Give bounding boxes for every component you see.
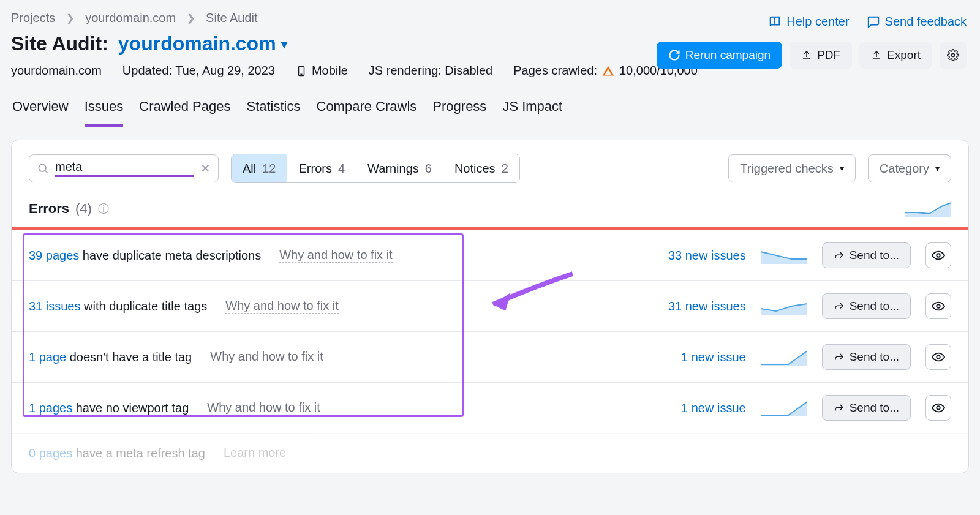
issue-count-link[interactable]: 0 pages	[29, 446, 72, 460]
issue-count-link[interactable]: 1 page	[29, 350, 66, 364]
tab-issues[interactable]: Issues	[85, 99, 124, 127]
issue-count-link[interactable]: 1 pages	[29, 401, 72, 415]
issue-row-faded: 0 pages have a meta refresh tag Learn mo…	[12, 433, 968, 473]
errors-section-head: Errors (4) ⓘ	[12, 195, 968, 225]
search-input[interactable]	[55, 160, 194, 177]
svg-line-6	[45, 171, 48, 173]
why-how-link[interactable]: Why and how to fix it	[207, 400, 320, 415]
view-button[interactable]	[925, 395, 951, 421]
share-icon	[834, 402, 845, 413]
send-to-button[interactable]: Send to...	[822, 344, 911, 370]
issue-text: doesn't have a title tag	[66, 350, 192, 364]
errors-count: (4)	[75, 201, 92, 217]
trend-sparkline	[761, 399, 807, 416]
issues-card: ✕ All 12 Errors 4 Warnings 6 Notices 2	[11, 140, 969, 473]
tab-statistics[interactable]: Statistics	[246, 99, 300, 127]
issue-text: have no viewport tag	[72, 401, 189, 415]
feedback-icon	[867, 15, 880, 29]
issue-text: have duplicate meta descriptions	[79, 249, 261, 262]
settings-button[interactable]	[940, 42, 967, 69]
new-issues-link[interactable]: 1 new issue	[681, 401, 746, 415]
eye-icon	[932, 249, 945, 262]
errors-label: Errors	[29, 201, 69, 217]
tab-crawled-pages[interactable]: Crawled Pages	[139, 99, 230, 127]
refresh-icon	[668, 49, 680, 61]
triggered-checks-dropdown[interactable]: Triggered checks ▾	[728, 154, 856, 182]
view-button[interactable]	[925, 293, 951, 319]
segment-warnings[interactable]: Warnings 6	[356, 154, 443, 182]
warning-icon	[602, 65, 614, 77]
gear-icon	[947, 49, 959, 61]
breadcrumb-projects[interactable]: Projects	[11, 11, 55, 25]
why-how-link[interactable]: Why and how to fix it	[210, 350, 323, 364]
view-button[interactable]	[925, 242, 951, 268]
export-label: Export	[887, 48, 921, 62]
svg-point-8	[937, 304, 940, 308]
tab-bar: Overview Issues Crawled Pages Statistics…	[11, 99, 969, 127]
info-icon[interactable]: ⓘ	[98, 201, 109, 216]
send-feedback-link[interactable]: Send feedback	[867, 15, 967, 29]
send-to-button[interactable]: Send to...	[822, 395, 911, 421]
svg-point-7	[937, 254, 940, 257]
pdf-label: PDF	[817, 48, 840, 62]
new-issues-link[interactable]: 1 new issue	[681, 350, 746, 364]
rerun-campaign-button[interactable]: Rerun campaign	[657, 42, 782, 69]
clear-search-icon[interactable]: ✕	[200, 161, 211, 176]
help-center-link[interactable]: Help center	[768, 15, 849, 29]
view-button[interactable]	[925, 344, 951, 370]
new-issues-link[interactable]: 31 new issues	[668, 299, 746, 314]
why-how-link[interactable]: Why and how to fix it	[225, 299, 339, 314]
share-icon	[834, 301, 845, 312]
svg-rect-3	[608, 70, 609, 72]
segment-notices[interactable]: Notices 2	[443, 154, 519, 182]
trend-sparkline	[761, 247, 807, 264]
issue-row: 1 page doesn't have a title tag Why and …	[12, 331, 968, 382]
meta-device: Mobile	[296, 64, 348, 78]
issue-row: 31 issues with duplicate title tags Why …	[12, 280, 968, 331]
page-title: Site Audit:	[11, 32, 108, 55]
breadcrumb-domain[interactable]: yourdomain.com	[85, 11, 176, 25]
tab-progress[interactable]: Progress	[432, 99, 486, 127]
search-input-wrap[interactable]: ✕	[29, 154, 219, 182]
tab-js-impact[interactable]: JS Impact	[502, 99, 562, 127]
severity-segmented: All 12 Errors 4 Warnings 6 Notices 2	[231, 154, 520, 183]
segment-all[interactable]: All 12	[232, 154, 287, 182]
chevron-down-icon: ▾	[935, 164, 940, 173]
eye-icon	[932, 299, 945, 313]
learn-more-link[interactable]: Learn more	[224, 446, 286, 460]
svg-rect-4	[608, 73, 609, 74]
eye-icon	[932, 401, 945, 415]
svg-point-0	[952, 54, 955, 57]
send-to-button[interactable]: Send to...	[822, 293, 911, 319]
share-icon	[834, 351, 845, 363]
share-icon	[834, 250, 845, 261]
svg-point-10	[937, 406, 940, 410]
send-to-button[interactable]: Send to...	[822, 242, 911, 268]
export-button[interactable]: Export	[859, 42, 932, 69]
issue-text: have a meta refresh tag	[72, 446, 205, 460]
rerun-label: Rerun campaign	[685, 48, 771, 62]
svg-point-9	[937, 355, 940, 359]
chevron-right-icon: ❯	[187, 12, 195, 24]
tab-compare-crawls[interactable]: Compare Crawls	[317, 99, 417, 127]
send-feedback-label: Send feedback	[885, 15, 967, 29]
meta-domain: yourdomain.com	[11, 64, 102, 78]
trend-sparkline	[761, 348, 807, 366]
meta-updated: Updated: Tue, Aug 29, 2023	[123, 64, 275, 78]
issue-count-link[interactable]: 39 pages	[29, 249, 79, 262]
segment-errors[interactable]: Errors 4	[287, 154, 356, 182]
tab-overview[interactable]: Overview	[12, 99, 69, 127]
why-how-link[interactable]: Why and how to fix it	[279, 248, 393, 263]
issue-row: 1 pages have no viewport tag Why and how…	[12, 382, 968, 433]
upload-icon	[801, 50, 812, 61]
help-center-label: Help center	[786, 15, 849, 29]
chevron-down-icon: ▾	[840, 164, 844, 173]
new-issues-link[interactable]: 33 new issues	[668, 249, 746, 263]
pdf-button[interactable]: PDF	[790, 42, 852, 69]
domain-name: yourdomain.com	[118, 32, 276, 55]
issue-count-link[interactable]: 31 issues	[29, 299, 81, 313]
mobile-icon	[296, 64, 307, 78]
category-dropdown[interactable]: Category ▾	[868, 154, 951, 182]
domain-switcher[interactable]: yourdomain.com ▾	[118, 32, 287, 55]
breadcrumb-siteaudit[interactable]: Site Audit	[206, 11, 258, 25]
